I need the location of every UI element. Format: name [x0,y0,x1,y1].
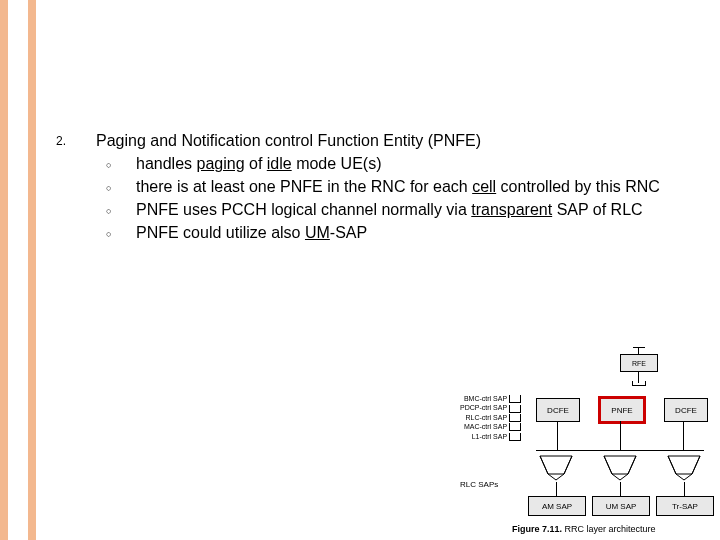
dcfe-box: DCFE [664,398,708,422]
sap-icon [509,405,521,413]
figure-caption: Figure 7.11. RRC layer architecture [512,524,656,534]
rfe-box: RFE [620,354,658,372]
sap-icon [509,414,521,422]
list-number: 2. [56,130,96,148]
bullet-1: handles paging of idle mode UE(s) [136,153,708,174]
divider-line [536,450,704,451]
decorative-stripes [0,0,46,540]
sap-icon [509,433,521,441]
architecture-figure: RFE BMC-ctrl SAP PDCP-ctrl SAP RLC-ctrl … [452,354,712,534]
list-body: Paging and Notification control Function… [96,130,708,244]
bullet-2: there is at least one PNFE in the RNC fo… [136,176,708,197]
hollow-bullet-icon [96,176,136,195]
sap-icon [509,395,521,403]
dcfe-box: DCFE [536,398,580,422]
sap-triangle-icon [538,454,574,482]
bullet-3: PNFE uses PCCH logical channel normally … [136,199,708,220]
sap-triangle-icon [602,454,638,482]
hollow-bullet-icon [96,199,136,218]
am-sap-box: AM SAP [528,496,586,516]
item-title: Paging and Notification control Function… [96,130,708,151]
tr-sap-box: Tr-SAP [656,496,714,516]
rfe-sap-icon [632,381,646,386]
bullet-4: PNFE could utilize also UM-SAP [136,222,708,243]
pnfe-box: PNFE [600,398,644,422]
function-entity-boxes: DCFE PNFE DCFE [536,398,708,422]
sap-list: BMC-ctrl SAP PDCP-ctrl SAP RLC-ctrl SAP … [460,394,521,441]
hollow-bullet-icon [96,222,136,241]
um-sap-box: UM SAP [592,496,650,516]
rlc-saps-label: RLC SAPs [460,480,498,489]
sap-triangle-icon [666,454,702,482]
slide-content: 2. Paging and Notification control Funct… [56,130,708,244]
sap-icon [509,423,521,431]
hollow-bullet-icon [96,153,136,172]
